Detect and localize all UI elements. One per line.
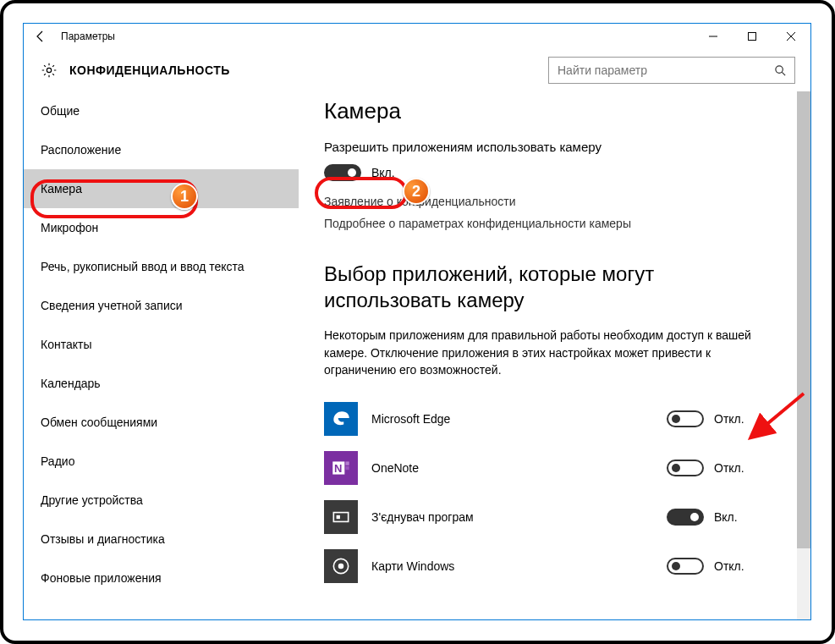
choose-apps-description: Некоторым приложениям для правильной раб… [324, 327, 777, 378]
sidebar-item-radio[interactable]: Радио [24, 442, 299, 481]
sidebar-item-contacts[interactable]: Контакты [24, 325, 299, 364]
content-wrap: Камера Разрешить приложениям использоват… [299, 91, 810, 619]
app-row: З'єднувач програм Вкл. [324, 495, 777, 539]
search-icon[interactable] [766, 64, 794, 77]
maximize-icon [748, 32, 756, 41]
svg-rect-1 [749, 33, 756, 41]
app-name-label: Microsoft Edge [371, 412, 450, 426]
minimize-button[interactable] [694, 24, 733, 49]
allow-apps-toggle[interactable] [324, 164, 361, 181]
sidebar-item-account[interactable]: Сведения учетной записи [24, 286, 299, 325]
privacy-statement-link[interactable]: Заявление о конфиденциальности [324, 195, 777, 208]
app-row: N OneNote Откл. [324, 446, 777, 490]
connect-icon [324, 500, 358, 534]
sidebar-item-label: Камера [41, 182, 82, 195]
sidebar-item-other-devices[interactable]: Другие устройства [24, 481, 299, 520]
app-toggle[interactable] [667, 460, 704, 476]
svg-rect-9 [345, 462, 349, 465]
app-toggle-state: Вкл. [714, 510, 738, 524]
minimize-icon [709, 32, 717, 41]
sidebar-item-label: Сведения учетной записи [41, 299, 183, 312]
sidebar-item-label: Контакты [41, 338, 91, 351]
close-icon [787, 32, 795, 41]
content: Камера Разрешить приложениям использоват… [299, 91, 810, 619]
app-row: Карти Windows Откл. [324, 544, 777, 588]
svg-rect-13 [337, 515, 340, 519]
svg-rect-12 [333, 513, 348, 522]
titlebar: Параметры [24, 24, 810, 49]
sidebar-item-label: Календарь [41, 377, 101, 390]
app-toggle[interactable] [667, 558, 704, 575]
sidebar-item-messaging[interactable]: Обмен сообщениями [24, 403, 299, 442]
sidebar-item-camera[interactable]: Камера [24, 169, 299, 208]
app-toggle-state: Откл. [714, 461, 744, 475]
sidebar-item-speech[interactable]: Речь, рукописный ввод и ввод текста [24, 247, 299, 286]
maps-icon [324, 549, 358, 583]
svg-point-4 [47, 68, 51, 72]
app-row: Microsoft Edge Откл. [324, 397, 777, 441]
page-heading: КОНФИДЕНЦИАЛЬНОСТЬ [69, 63, 230, 77]
app-name-label: OneNote [371, 461, 419, 475]
sidebar-item-label: Фоновые приложения [41, 571, 162, 585]
sidebar-item-label: Другие устройства [41, 493, 143, 507]
svg-line-6 [782, 72, 785, 75]
sidebar-item-feedback[interactable]: Отзывы и диагностика [24, 520, 299, 559]
learn-more-link[interactable]: Подробнее о параметрах конфиденциальност… [324, 217, 777, 230]
svg-point-5 [775, 65, 782, 72]
sidebar: Общие Расположение Камера Микрофон Речь,… [24, 91, 299, 619]
arrow-left-icon [34, 30, 47, 43]
sidebar-item-background-apps[interactable]: Фоновые приложения [24, 559, 299, 597]
app-toggle-state: Откл. [714, 412, 744, 426]
header-row: КОНФИДЕНЦИАЛЬНОСТЬ [24, 49, 810, 91]
search-input[interactable] [549, 63, 766, 77]
gear-icon [39, 60, 59, 80]
choose-apps-heading: Выбор приложений, которые могут использо… [324, 261, 777, 313]
app-toggle[interactable] [667, 410, 704, 427]
back-button[interactable] [24, 24, 58, 49]
svg-text:N: N [334, 463, 342, 476]
window-title: Параметры [58, 30, 115, 42]
search-box[interactable] [548, 57, 795, 84]
allow-apps-toggle-state: Вкл. [371, 166, 395, 179]
sidebar-item-label: Речь, рукописный ввод и ввод текста [41, 260, 244, 273]
app-name-label: З'єднувач програм [371, 510, 474, 524]
sidebar-item-microphone[interactable]: Микрофон [24, 208, 299, 247]
app-toggle[interactable] [667, 509, 704, 526]
svg-rect-11 [345, 471, 349, 475]
sidebar-item-label: Микрофон [41, 221, 98, 234]
sidebar-item-location[interactable]: Расположение [24, 130, 299, 169]
maximize-button[interactable] [733, 24, 772, 49]
sidebar-item-label: Отзывы и диагностика [41, 532, 165, 546]
sidebar-item-label: Общие [41, 104, 80, 118]
sidebar-item-calendar[interactable]: Календарь [24, 364, 299, 403]
svg-rect-10 [345, 466, 349, 470]
edge-icon [324, 402, 358, 436]
page-title: Камера [324, 98, 777, 124]
body: Общие Расположение Камера Микрофон Речь,… [24, 91, 810, 619]
sidebar-item-label: Расположение [41, 143, 121, 157]
settings-window: Параметры КОНФИДЕНЦИАЛЬНОСТЬ Общие Распо… [23, 23, 811, 620]
onenote-icon: N [324, 451, 358, 485]
allow-apps-label: Разрешить приложениям использовать камер… [324, 140, 777, 154]
sidebar-item-general[interactable]: Общие [24, 91, 299, 130]
sidebar-item-label: Обмен сообщениями [41, 416, 157, 429]
app-toggle-state: Откл. [714, 559, 744, 573]
sidebar-item-label: Радио [41, 454, 74, 468]
allow-apps-toggle-row: Вкл. [324, 164, 777, 181]
close-button[interactable] [772, 24, 810, 49]
svg-point-15 [338, 564, 344, 570]
app-name-label: Карти Windows [371, 559, 454, 573]
